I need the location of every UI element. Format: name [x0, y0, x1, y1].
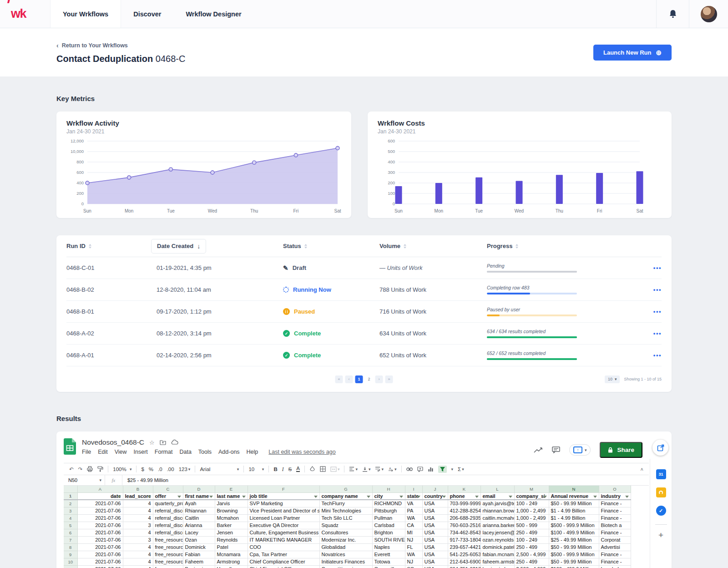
cell-C11[interactable]: free_resource — [153, 565, 183, 568]
cell-N6[interactable]: $100 - 499.9 Million — [549, 529, 599, 536]
cell-B6[interactable]: 4 — [123, 529, 153, 536]
cell-J5[interactable]: USA — [422, 522, 448, 529]
field-header-state[interactable]: state — [405, 492, 422, 500]
cell-F10[interactable]: Chief Compliance Officer — [248, 558, 319, 565]
cell-H4[interactable]: Pullman — [372, 514, 405, 522]
cell-H9[interactable]: Everett — [372, 551, 405, 558]
cell-L6[interactable]: lacey.jensen@cc — [480, 529, 514, 536]
cell-B2[interactable]: 4 — [123, 500, 153, 507]
cell-I11[interactable]: SC — [405, 565, 422, 568]
cell-name-box[interactable]: N50 ▾ — [64, 475, 105, 485]
cell-F3[interactable]: Vice President and Director of strateg — [248, 507, 319, 514]
cell-F5[interactable]: Executive QA Director — [248, 522, 319, 529]
cell-N11[interactable]: $100 - 499.9 Million — [549, 565, 599, 568]
menu-addons[interactable]: Add-ons — [218, 449, 240, 455]
horizontal-align-icon[interactable]: ▾ — [349, 467, 358, 472]
cell-I9[interactable]: WA — [405, 551, 422, 558]
column-letter-N[interactable]: N — [549, 486, 599, 492]
field-header-job-title[interactable]: job title — [248, 492, 319, 500]
cell-G11[interactable]: Competitivo.ai — [319, 565, 372, 568]
font-size-select[interactable]: 10▾ — [248, 467, 264, 472]
cell-I3[interactable]: PA — [405, 507, 422, 514]
cell-L8[interactable]: dominick.patel@ — [480, 543, 514, 551]
row-actions-menu[interactable]: ••• — [653, 264, 662, 271]
cell-O2[interactable]: Finance - — [599, 500, 631, 507]
user-menu[interactable] — [689, 0, 728, 28]
cell-L11[interactable]: benjamin.harrell — [480, 565, 514, 568]
cell-A3[interactable]: 2021-07-06 — [77, 507, 123, 514]
cell-O4[interactable]: Finance - — [599, 514, 631, 522]
filter-funnel-icon[interactable] — [543, 496, 547, 498]
cell-N2[interactable]: $50 - 99.99 Million — [549, 500, 599, 507]
filter-funnel-icon[interactable] — [147, 496, 151, 498]
cell-M11[interactable]: 2,500 - 4,999 — [514, 565, 549, 568]
cell-K7[interactable]: 917-733-1804 — [448, 536, 480, 543]
cell-C5[interactable]: referral_discoun — [153, 522, 183, 529]
pagination-last[interactable]: » — [385, 375, 393, 383]
field-header-country[interactable]: country — [422, 492, 448, 500]
merge-cells-icon[interactable]: ▾ — [330, 467, 340, 472]
format-percent-icon[interactable]: % — [149, 467, 153, 472]
page-size-select[interactable]: 10 ▾ — [605, 375, 620, 383]
cell-N8[interactable]: $50 - 99.99 Million — [549, 543, 599, 551]
cell-H7[interactable]: SOUTH RIVER — [372, 536, 405, 543]
cell-K3[interactable]: 412-288-8254 — [448, 507, 480, 514]
cell-G10[interactable]: Initiateurs Finances — [319, 558, 372, 565]
strikethrough-icon[interactable]: S — [288, 467, 292, 472]
cell-F2[interactable]: SVP Marketing — [248, 500, 319, 507]
cell-H5[interactable]: Carlsbad — [372, 522, 405, 529]
filter-funnel-icon[interactable] — [209, 496, 213, 498]
cell-D9[interactable]: Fabian — [183, 551, 215, 558]
column-letter-J[interactable]: J — [422, 486, 448, 492]
nav-tab-wrkflow-designer[interactable]: Wrkflow Designer — [173, 0, 253, 28]
bold-icon[interactable]: B — [273, 467, 277, 472]
nav-tab-your-wrkflows[interactable]: Your Wrkflows — [50, 0, 121, 28]
cell-F9[interactable]: Cpa, Tax Partner — [248, 551, 319, 558]
filter-funnel-icon[interactable] — [117, 496, 121, 498]
cell-J11[interactable]: USA — [422, 565, 448, 568]
cell-I8[interactable]: FL — [405, 543, 422, 551]
cell-A10[interactable]: 2021-07-06 — [77, 558, 123, 565]
cell-J3[interactable]: USA — [422, 507, 448, 514]
row-number[interactable]: 11 — [64, 565, 77, 568]
cell-O3[interactable]: Finance - — [599, 507, 631, 514]
cell-G2[interactable]: TechFlurry — [319, 500, 372, 507]
keep-icon[interactable] — [656, 487, 666, 497]
pagination-page-1[interactable]: 1 — [355, 375, 363, 383]
column-header-volume[interactable]: Volume — [379, 243, 487, 249]
cell-M4[interactable]: 1,000 - 2,499 — [514, 514, 549, 522]
column-header-run-id[interactable]: Run ID — [66, 243, 157, 249]
cell-O6[interactable]: Finance - — [599, 529, 631, 536]
tasks-icon[interactable]: ✓ — [656, 506, 666, 516]
text-color-icon[interactable]: A — [296, 466, 300, 472]
cell-K11[interactable]: 864-751-6217 — [448, 565, 480, 568]
menu-data[interactable]: Data — [179, 449, 191, 455]
calendar-icon[interactable]: 31 — [656, 469, 666, 479]
column-letter-K[interactable]: K — [448, 486, 480, 492]
row-number[interactable]: 3 — [64, 507, 77, 514]
row-actions-menu[interactable]: ••• — [653, 286, 662, 293]
cell-I4[interactable]: WA — [405, 514, 422, 522]
cell-O9[interactable]: Finance - — [599, 551, 631, 558]
field-header-lead_score[interactable]: lead_score — [123, 492, 153, 500]
sheet-title[interactable]: Novedosos_0468-C — [82, 438, 144, 446]
cell-D4[interactable]: Caitlin — [183, 514, 215, 522]
vertical-align-icon[interactable]: ▾ — [362, 467, 371, 472]
increase-decimals-icon[interactable]: .00 — [167, 467, 174, 472]
cell-H8[interactable]: Naples — [372, 543, 405, 551]
row-number[interactable]: 4 — [64, 514, 77, 522]
cell-A11[interactable]: 2021-07-06 — [77, 565, 123, 568]
menu-file[interactable]: File — [82, 449, 91, 455]
sheet-grid[interactable]: ABCDEFGHIJKLMNO1datelead_scoreofferfirst… — [64, 486, 631, 568]
cell-B11[interactable]: 4 — [123, 565, 153, 568]
cell-C6[interactable]: referral_discoun — [153, 529, 183, 536]
cell-K2[interactable]: 703-999-9999 — [448, 500, 480, 507]
cell-D6[interactable]: Lacey — [183, 529, 215, 536]
row-actions-menu[interactable]: ••• — [653, 308, 662, 315]
number-format-select[interactable]: 123▾ — [179, 467, 191, 472]
cell-K9[interactable]: 541-225-6053 — [448, 551, 480, 558]
cell-C8[interactable]: free_resource — [153, 543, 183, 551]
menu-edit[interactable]: Edit — [98, 449, 108, 455]
cell-L7[interactable]: ozan.reynolds@ — [480, 536, 514, 543]
cell-B10[interactable]: 4 — [123, 558, 153, 565]
